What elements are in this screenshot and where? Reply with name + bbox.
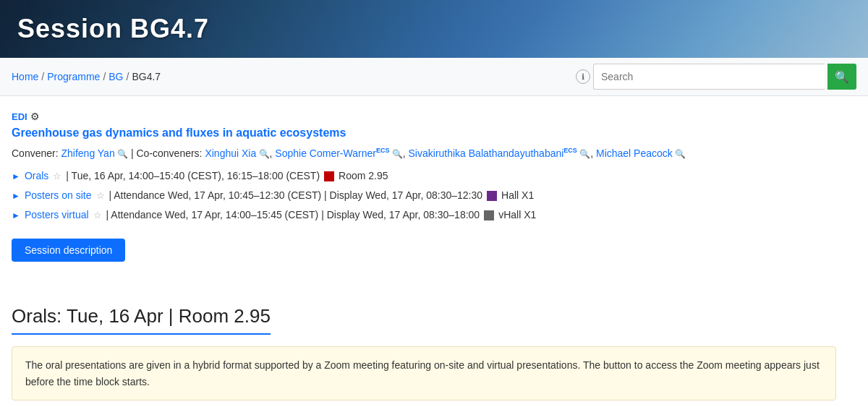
search-button[interactable]: 🔍: [827, 64, 856, 90]
posters-virtual-star[interactable]: ☆: [93, 208, 102, 223]
co-convener-4[interactable]: Michael Peacock: [596, 147, 673, 159]
posters-virtual-row: ► Posters virtual ☆ | Attendance Wed, 17…: [12, 207, 856, 223]
breadcrumb-sep3: /: [127, 71, 129, 82]
orals-row: ► Orals ☆ | Tue, 16 Apr, 14:00–15:40 (CE…: [12, 168, 856, 184]
edi-row: EDI ⚙: [12, 111, 856, 122]
search-icon-3[interactable]: 🔍: [577, 149, 590, 159]
main-content: EDI ⚙ Greenhouse gas dynamics and fluxes…: [0, 96, 868, 407]
posters-virtual-room: vHall X1: [498, 207, 536, 223]
posters-virtual-arrow: ►: [12, 209, 20, 222]
edi-icon: ⚙: [30, 111, 40, 122]
orals-link[interactable]: Orals: [25, 168, 48, 184]
orals-room: Room 2.95: [339, 168, 388, 184]
session-description-button[interactable]: Session description: [12, 239, 125, 262]
info-box: The oral presentations are given in a hy…: [12, 346, 836, 400]
search-input[interactable]: [593, 64, 825, 90]
search-icon-1[interactable]: 🔍: [256, 149, 269, 159]
co-convener-2[interactable]: Sophie Comer-Warner: [275, 147, 376, 159]
posters-site-arrow: ►: [12, 189, 20, 202]
breadcrumb-home[interactable]: Home: [12, 71, 38, 82]
banner: Session BG4.7: [0, 0, 868, 58]
info-box-text: The oral presentations are given in a hy…: [25, 357, 822, 390]
search-area: ℹ 🔍: [576, 64, 856, 90]
edi-label: EDI: [12, 111, 27, 122]
co-convener-3[interactable]: Sivakiruthika Balathandayuthabani: [409, 147, 564, 159]
posters-virtual-color-box: [484, 210, 494, 220]
posters-site-color-box: [487, 191, 497, 201]
ecs-badge-3: ECS: [563, 147, 577, 154]
posters-virtual-text: | Attendance Wed, 17 Apr, 14:00–15:45 (C…: [106, 207, 480, 223]
breadcrumb-bg[interactable]: BG: [109, 71, 123, 82]
posters-site-row: ► Posters on site ☆ | Attendance Wed, 17…: [12, 188, 856, 203]
convener-label: Convener:: [12, 147, 61, 159]
orals-color-box: [324, 171, 334, 181]
posters-site-star[interactable]: ☆: [96, 189, 105, 203]
breadcrumb-current: BG4.7: [132, 71, 161, 82]
ecs-badge-2: ECS: [376, 147, 390, 154]
search-icon-4[interactable]: 🔍: [673, 149, 686, 159]
session-title[interactable]: Greenhouse gas dynamics and fluxes in aq…: [12, 127, 346, 139]
breadcrumb: Home / Programme / BG / BG4.7: [12, 71, 161, 82]
conveners-row: Convener: Zhifeng Yan 🔍 | Co-conveners: …: [12, 145, 856, 161]
search-icon-2[interactable]: 🔍: [389, 149, 402, 159]
convener-name[interactable]: Zhifeng Yan: [61, 147, 114, 159]
search-icon: 🔍: [835, 70, 849, 84]
co-convener-label: | Co-conveners:: [128, 147, 205, 159]
section-heading: Orals: Tue, 16 Apr | Room 2.95: [12, 305, 271, 335]
orals-star[interactable]: ☆: [53, 169, 61, 184]
orals-schedule-text: | Tue, 16 Apr, 14:00–15:40 (CEST), 16:15…: [66, 168, 320, 184]
convener-search-icon[interactable]: 🔍: [115, 149, 128, 159]
banner-title: Session BG4.7: [17, 14, 209, 44]
posters-virtual-link[interactable]: Posters virtual: [25, 207, 89, 223]
orals-arrow: ►: [12, 170, 20, 183]
posters-site-room: Hall X1: [501, 188, 534, 203]
info-icon[interactable]: ℹ: [576, 69, 590, 84]
co-convener-1[interactable]: Xinghui Xia: [205, 147, 256, 159]
breadcrumb-programme[interactable]: Programme: [47, 71, 100, 82]
breadcrumb-sep2: /: [103, 71, 106, 82]
posters-site-text: | Attendance Wed, 17 Apr, 10:45–12:30 (C…: [109, 188, 483, 203]
breadcrumb-sep1: /: [41, 71, 44, 82]
navbar: Home / Programme / BG / BG4.7 ℹ 🔍: [0, 58, 868, 96]
posters-site-link[interactable]: Posters on site: [25, 188, 92, 203]
